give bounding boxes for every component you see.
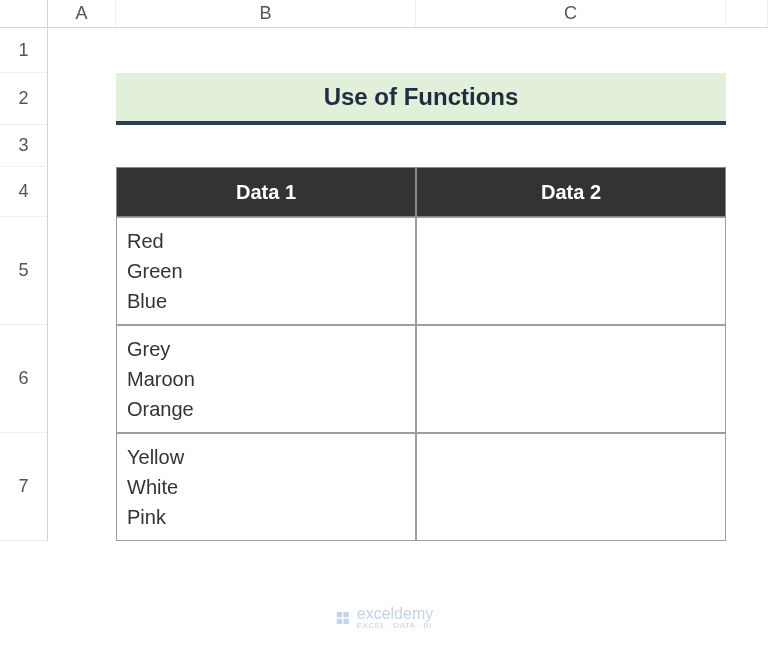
cell-c7[interactable] <box>416 433 726 541</box>
cell-b1[interactable] <box>116 28 416 73</box>
cell-a3[interactable] <box>48 125 116 167</box>
column-header-a[interactable]: A <box>48 0 116 28</box>
table-header-data2[interactable]: Data 2 <box>416 167 726 217</box>
watermark-logo-icon <box>335 610 351 626</box>
cell-c6[interactable] <box>416 325 726 433</box>
cell-d5[interactable] <box>726 217 768 325</box>
row-header-5[interactable]: 5 <box>0 217 48 325</box>
cell-a7[interactable] <box>48 433 116 541</box>
cell-b3[interactable] <box>116 125 416 167</box>
cell-b5[interactable]: Red Green Blue <box>116 217 416 325</box>
title-cell[interactable]: Use of Functions <box>116 73 726 125</box>
cell-d6[interactable] <box>726 325 768 433</box>
row-header-4[interactable]: 4 <box>0 167 48 217</box>
cell-a1[interactable] <box>48 28 116 73</box>
column-header-c[interactable]: C <box>416 0 726 28</box>
column-header-d[interactable] <box>726 0 768 28</box>
cell-d3[interactable] <box>726 125 768 167</box>
watermark-sub: EXCEL · DATA · BI <box>357 622 433 630</box>
table-header-data1[interactable]: Data 1 <box>116 167 416 217</box>
watermark: exceldemy EXCEL · DATA · BI <box>335 606 433 630</box>
row-header-1[interactable]: 1 <box>0 28 48 73</box>
row-header-6[interactable]: 6 <box>0 325 48 433</box>
cell-d2[interactable] <box>726 73 768 125</box>
row-header-2[interactable]: 2 <box>0 73 48 125</box>
row-header-3[interactable]: 3 <box>0 125 48 167</box>
cell-c1[interactable] <box>416 28 726 73</box>
cell-d4[interactable] <box>726 167 768 217</box>
watermark-main: exceldemy <box>357 606 433 622</box>
cell-b6[interactable]: Grey Maroon Orange <box>116 325 416 433</box>
cell-a2[interactable] <box>48 73 116 125</box>
spreadsheet-grid: A B C 1 2 Use of Functions 3 4 Data 1 Da… <box>0 0 768 541</box>
cell-c5[interactable] <box>416 217 726 325</box>
cell-c3[interactable] <box>416 125 726 167</box>
cell-a5[interactable] <box>48 217 116 325</box>
column-header-b[interactable]: B <box>116 0 416 28</box>
cell-d1[interactable] <box>726 28 768 73</box>
cell-a4[interactable] <box>48 167 116 217</box>
row-header-7[interactable]: 7 <box>0 433 48 541</box>
cell-b7[interactable]: Yellow White Pink <box>116 433 416 541</box>
select-all-corner[interactable] <box>0 0 48 28</box>
cell-a6[interactable] <box>48 325 116 433</box>
cell-d7[interactable] <box>726 433 768 541</box>
